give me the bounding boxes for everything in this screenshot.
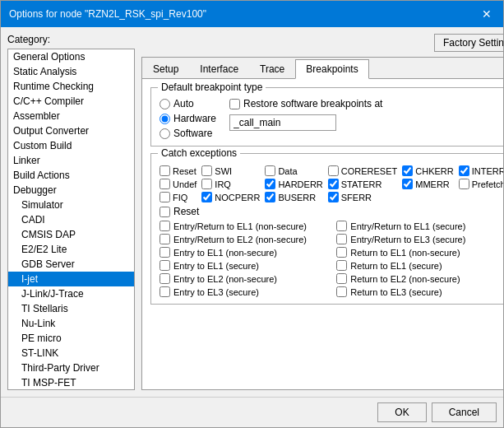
category-item-ti-msp-fet[interactable]: TI MSP-FET <box>8 375 134 390</box>
catch-item-reset[interactable]: Reset <box>160 165 197 176</box>
el-item-return-el1-ns[interactable]: Return to EL1 (non-secure) <box>336 247 503 258</box>
catch-checkbox-prefetch[interactable] <box>459 179 469 189</box>
tab-breakpoints[interactable]: Breakpoints <box>295 59 368 79</box>
category-item-e2e2-lite[interactable]: E2/E2 Lite <box>8 242 134 257</box>
catch-item-prefetch[interactable]: Prefetch <box>459 179 503 189</box>
category-item-c-cpp-compiler[interactable]: C/C++ Compiler <box>8 94 134 109</box>
category-item-pe-micro[interactable]: PE micro <box>8 331 134 346</box>
catch-checkbox-interr[interactable] <box>459 165 469 176</box>
catch-item-interr[interactable]: INTERR <box>459 165 503 176</box>
radio-software-input[interactable] <box>160 128 170 139</box>
catch-checkbox-nocperr[interactable] <box>201 192 212 202</box>
el-item-entry-el1-only-ns[interactable]: Entry to EL1 (non-secure) <box>160 247 328 258</box>
el-checkbox-return-el2-ns[interactable] <box>336 273 347 284</box>
el-item-entry-el1-s[interactable]: Entry/Return to EL1 (secure) <box>336 221 503 231</box>
el-checkbox-entry-el1-ns[interactable] <box>160 221 170 231</box>
category-item-third-party-driver[interactable]: Third-Party Driver <box>8 361 134 375</box>
el-item-entry-el2-ns[interactable]: Entry/Return to EL2 (non-secure) <box>160 234 328 244</box>
el-checkbox-entry-el1-only-ns[interactable] <box>160 247 170 258</box>
el-item-entry-el1-only-s[interactable]: Entry to EL1 (secure) <box>160 260 328 271</box>
category-item-jlink-jtrace[interactable]: J-Link/J-Trace <box>8 286 134 301</box>
catch-item-buserr[interactable]: BUSERR <box>265 192 322 202</box>
category-item-debugger[interactable]: Debugger <box>8 183 134 198</box>
radio-hardware[interactable]: Hardware <box>160 113 216 124</box>
close-button[interactable]: ✕ <box>479 6 495 22</box>
el-item-entry-el2-only-ns[interactable]: Entry to EL2 (non-secure) <box>160 273 328 284</box>
category-item-build-actions[interactable]: Build Actions <box>8 168 134 183</box>
category-item-cmsis-dap[interactable]: CMSIS DAP <box>8 227 134 242</box>
radio-auto-input[interactable] <box>160 99 170 109</box>
el-item-entry-el3-s[interactable]: Entry/Return to EL3 (secure) <box>336 234 503 244</box>
catch-item-chkerr[interactable]: CHKERR <box>402 165 453 176</box>
catch-item-nocperr[interactable]: NOCPERR <box>201 192 260 202</box>
catch-item-harderr[interactable]: HARDERR <box>265 179 322 189</box>
el-checkbox-entry-el3-s2[interactable] <box>160 286 170 297</box>
catch-checkbox-chkerr[interactable] <box>402 165 413 176</box>
el-checkbox-entry-el3-s[interactable] <box>336 234 347 244</box>
category-item-nu-link[interactable]: Nu-Link <box>8 316 134 331</box>
catch-item-sferr[interactable]: SFERR <box>328 192 397 202</box>
catch-checkbox-staterr[interactable] <box>328 179 339 189</box>
catch-checkbox-swi[interactable] <box>201 165 212 176</box>
tab-interface[interactable]: Interface <box>189 59 249 78</box>
el-item-entry-el3-s2[interactable]: Entry to EL3 (secure) <box>160 286 328 297</box>
catch-item-data[interactable]: Data <box>265 165 322 176</box>
catch-checkbox-reset[interactable] <box>160 165 170 176</box>
el-checkbox-return-el1-s[interactable] <box>336 260 347 271</box>
restore-input[interactable] <box>229 114 336 131</box>
category-item-st-link[interactable]: ST-LINK <box>8 346 134 361</box>
catch-checkbox-data[interactable] <box>265 165 275 176</box>
restore-checkbox[interactable] <box>229 99 240 109</box>
restore-row[interactable]: Restore software breakpoints at <box>229 98 382 109</box>
catch-checkbox-fiq[interactable] <box>160 192 170 202</box>
catch-reset-checkbox[interactable] <box>160 207 170 217</box>
el-item-return-el3-s[interactable]: Return to EL3 (secure) <box>336 286 503 297</box>
el-checkbox-return-el3-s[interactable] <box>336 286 347 297</box>
el-checkbox-entry-el2-only-ns[interactable] <box>160 273 170 284</box>
catch-label-irq: IRQ <box>215 179 231 189</box>
category-item-ti-stellaris[interactable]: TI Stellaris <box>8 301 134 316</box>
factory-settings-button[interactable]: Factory Settings <box>434 34 503 52</box>
radio-auto[interactable]: Auto <box>160 98 216 109</box>
el-checkbox-entry-el2-ns[interactable] <box>160 234 170 244</box>
catch-checkbox-buserr[interactable] <box>265 192 275 202</box>
catch-item-swi[interactable]: SWI <box>201 165 260 176</box>
catch-checkbox-corereset[interactable] <box>328 165 339 176</box>
catch-checkbox-irq[interactable] <box>201 179 212 189</box>
radio-software[interactable]: Software <box>160 128 216 139</box>
catch-item-staterr[interactable]: STATERR <box>328 179 397 189</box>
catch-item-mmerr[interactable]: MMERR <box>402 179 453 189</box>
category-item-runtime-checking[interactable]: Runtime Checking <box>8 79 134 94</box>
catch-checkbox-harderr[interactable] <box>265 179 275 189</box>
radio-hardware-input[interactable] <box>160 114 170 124</box>
catch-checkbox-undef[interactable] <box>160 179 170 189</box>
catch-item-fiq[interactable]: FIQ <box>160 192 197 202</box>
catch-item-corereset[interactable]: CORERESET <box>328 165 397 176</box>
category-item-assembler[interactable]: Assembler <box>8 109 134 123</box>
tab-setup[interactable]: Setup <box>142 59 189 78</box>
category-item-cadi[interactable]: CADI <box>8 212 134 227</box>
catch-item-irq[interactable]: IRQ <box>201 179 260 189</box>
catch-checkbox-sferr[interactable] <box>328 192 339 202</box>
el-item-return-el2-ns[interactable]: Return to EL2 (non-secure) <box>336 273 503 284</box>
el-label-entry-el2-ns: Entry/Return to EL2 (non-secure) <box>173 235 307 244</box>
cancel-button[interactable]: Cancel <box>432 402 497 422</box>
category-item-i-jet[interactable]: I-jet <box>8 272 134 286</box>
category-item-output-converter[interactable]: Output Converter <box>8 123 134 138</box>
el-item-entry-el1-ns[interactable]: Entry/Return to EL1 (non-secure) <box>160 221 328 231</box>
category-item-linker[interactable]: Linker <box>8 153 134 168</box>
category-item-custom-build[interactable]: Custom Build <box>8 138 134 153</box>
catch-checkbox-mmerr[interactable] <box>402 179 413 189</box>
category-item-general-options[interactable]: General Options <box>8 49 134 64</box>
el-checkbox-entry-el1-s[interactable] <box>336 221 347 231</box>
ok-button[interactable]: OK <box>377 402 426 422</box>
catch-item-undef[interactable]: Undef <box>160 179 197 189</box>
el-item-return-el1-s[interactable]: Return to EL1 (secure) <box>336 260 503 271</box>
category-item-simulator[interactable]: Simulator <box>8 198 134 212</box>
catch-reset-row[interactable]: Reset <box>160 206 503 217</box>
el-checkbox-return-el1-ns[interactable] <box>336 247 347 258</box>
category-item-static-analysis[interactable]: Static Analysis <box>8 64 134 79</box>
category-item-gdb-server[interactable]: GDB Server <box>8 257 134 272</box>
el-checkbox-entry-el1-only-s[interactable] <box>160 260 170 271</box>
tab-trace[interactable]: Trace <box>249 59 295 78</box>
